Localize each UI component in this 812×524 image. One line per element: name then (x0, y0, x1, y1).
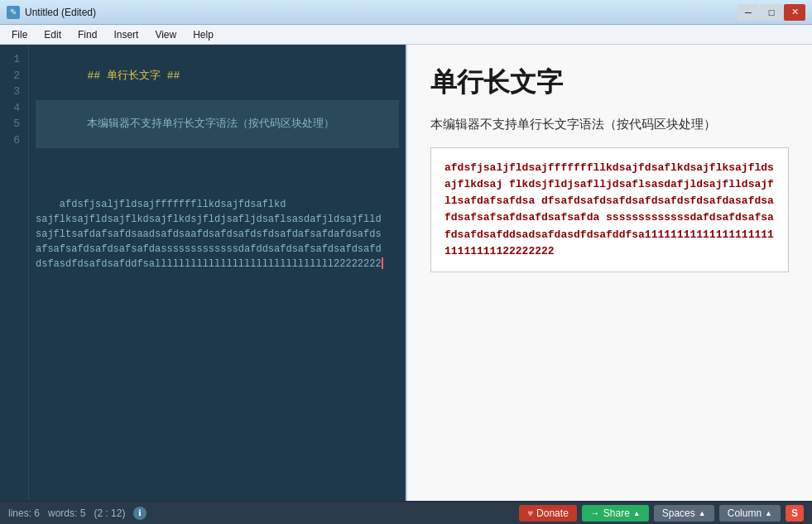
s-button[interactable]: S (786, 505, 804, 522)
menubar: File Edit Find Insert View Help (0, 25, 812, 45)
main-area: 1 2 3 4 5 6 ## 单行长文字 ## 本编辑器不支持单行长文字语法（按… (0, 45, 812, 501)
maximize-button[interactable]: □ (761, 4, 782, 21)
donate-button[interactable]: ♥ Donate (519, 505, 577, 522)
editor-pane[interactable]: 1 2 3 4 5 6 ## 单行长文字 ## 本编辑器不支持单行长文字语法（按… (0, 45, 406, 501)
share-button[interactable]: → Share ▲ (582, 505, 649, 522)
s-label: S (791, 507, 798, 519)
window-controls: ─ □ ✕ (738, 4, 805, 21)
minimize-button[interactable]: ─ (738, 4, 759, 21)
status-right: ♥ Donate → Share ▲ Spaces ▲ Column ▲ S (519, 505, 804, 522)
editor-line-4: afdsfjsaljfldsajfffffffllkdsajfdsaflkd s… (36, 165, 399, 304)
code-block-editor: afdsfjsaljfldsajfffffffllkdsajfdsaflkd s… (36, 197, 399, 272)
share-label: Share (603, 507, 630, 519)
spaces-dropdown-icon: ▲ (699, 509, 706, 517)
menu-view[interactable]: View (147, 27, 185, 42)
spaces-label: Spaces (662, 507, 695, 519)
donate-heart-icon: ♥ (527, 507, 533, 519)
editor-line-5 (36, 304, 399, 320)
spaces-button[interactable]: Spaces ▲ (654, 505, 714, 522)
menu-find[interactable]: Find (70, 27, 105, 42)
window-title: Untitled (Edited) (25, 7, 738, 18)
donate-label: Donate (536, 507, 569, 519)
statusbar: lines: 6 words: 5 (2 : 12) ℹ ♥ Donate → … (0, 501, 812, 524)
share-arrow-icon: → (590, 507, 600, 519)
status-left: lines: 6 words: 5 (2 : 12) ℹ (8, 507, 519, 520)
heading-text: 单行长文字 ## (107, 70, 180, 82)
preview-heading: 单行长文字 (430, 65, 789, 101)
editor-content[interactable]: ## 单行长文字 ## 本编辑器不支持单行长文字语法（按代码区块处理） afds… (29, 45, 406, 501)
status-position: (2 : 12) (94, 507, 125, 519)
editor-line-2: 本编辑器不支持单行长文字语法（按代码区块处理） (36, 100, 399, 149)
editor-line-6 (36, 320, 399, 336)
column-dropdown-icon: ▲ (765, 509, 772, 517)
status-words: words: 5 (48, 507, 85, 519)
titlebar: ✎ Untitled (Edited) ─ □ ✕ (0, 0, 812, 25)
menu-insert[interactable]: Insert (105, 27, 147, 42)
menu-file[interactable]: File (3, 27, 36, 42)
preview-paragraph: 本编辑器不支持单行长文字语法（按代码区块处理） (430, 114, 789, 134)
line-numbers: 1 2 3 4 5 6 (0, 45, 29, 501)
column-label: Column (728, 507, 762, 519)
editor-line-3 (36, 148, 399, 165)
heading-marker: ## (87, 70, 106, 82)
line-2-text: 本编辑器不支持单行长文字语法（按代码区块处理） (87, 118, 334, 130)
column-button[interactable]: Column ▲ (719, 505, 781, 522)
menu-edit[interactable]: Edit (36, 27, 70, 42)
editor-line-1: ## 单行长文字 ## (36, 51, 399, 100)
status-lines: lines: 6 (8, 507, 40, 519)
preview-code-block: afdsfjsaljfldsajfffffffllkdsajfdsaflkdsa… (430, 147, 789, 272)
info-icon[interactable]: ℹ (133, 507, 147, 520)
share-dropdown-icon: ▲ (633, 509, 641, 517)
close-button[interactable]: ✕ (784, 4, 805, 21)
menu-help[interactable]: Help (185, 27, 222, 42)
preview-pane: 单行长文字 本编辑器不支持单行长文字语法（按代码区块处理） afdsfjsalj… (406, 45, 812, 501)
app-icon: ✎ (7, 6, 20, 19)
